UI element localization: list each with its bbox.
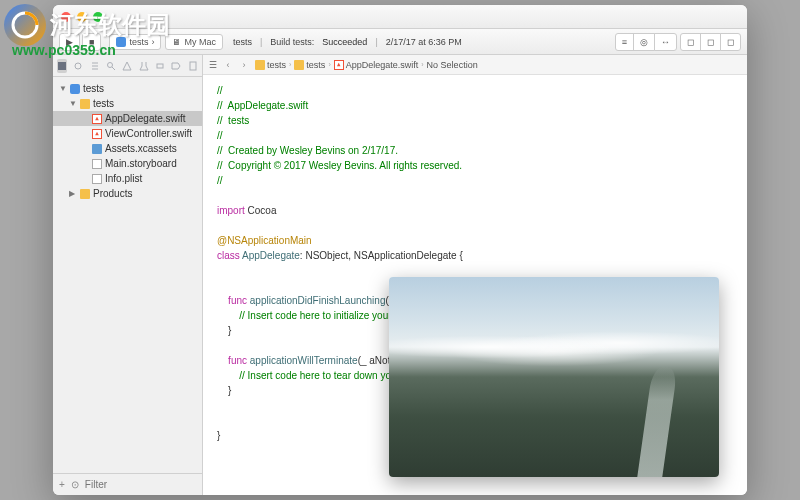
watermark: 河东软件园 www.pc0359.cn — [4, 4, 170, 58]
swift-icon — [92, 114, 102, 124]
project-tree: ▼tests▼testsAppDelegate.swiftViewControl… — [53, 77, 202, 473]
svg-point-3 — [108, 62, 113, 67]
jump-bar-path: tests›tests›AppDelegate.swift›No Selecti… — [255, 60, 478, 70]
tree-item-label: Assets.xcassets — [105, 143, 177, 154]
tree-item-tests[interactable]: ▼tests — [53, 96, 202, 111]
arrows-icon: ↔ — [661, 37, 670, 47]
navigator-tabs — [53, 55, 202, 77]
jumpbar-label: No Selection — [427, 60, 478, 70]
jumpbar-segment[interactable]: tests — [294, 60, 325, 70]
panel-bottom-icon: ◻ — [707, 37, 714, 47]
tree-item-label: Products — [93, 188, 132, 199]
source-control-navigator-tab[interactable] — [73, 59, 83, 73]
tree-item-main-storyboard[interactable]: Main.storyboard — [53, 156, 202, 171]
navigator-filter-bar: + ⊙ ◐ ▭ — [53, 473, 202, 495]
swift-icon — [92, 129, 102, 139]
tree-item-tests[interactable]: ▼tests — [53, 81, 202, 96]
rings-icon: ◎ — [640, 37, 648, 47]
disclosure-triangle[interactable]: ▶ — [69, 189, 77, 198]
jumpbar-label: AppDelegate.swift — [346, 60, 419, 70]
tree-item-info-plist[interactable]: Info.plist — [53, 171, 202, 186]
folder-icon — [294, 60, 304, 70]
symbol-navigator-tab[interactable] — [90, 59, 100, 73]
jumpbar-segment[interactable]: tests — [255, 60, 286, 70]
tree-item-assets-xcassets[interactable]: Assets.xcassets — [53, 141, 202, 156]
xcode-window: ▶ ■ tests › 🖥 My Mac tests | Build tests… — [53, 5, 747, 495]
jumpbar-separator: › — [328, 61, 330, 68]
filter-icon[interactable]: ⊙ — [71, 479, 79, 490]
svg-rect-1 — [58, 62, 66, 70]
tree-item-label: AppDelegate.swift — [105, 113, 186, 124]
watermark-url: www.pc0359.cn — [12, 42, 170, 58]
tree-item-appdelegate-swift[interactable]: AppDelegate.swift — [53, 111, 202, 126]
folder-icon — [80, 99, 90, 109]
swift-icon — [334, 60, 344, 70]
toggle-debug-button[interactable]: ◻ — [700, 33, 721, 51]
storyboard-icon — [92, 159, 102, 169]
toggle-navigator-button[interactable]: ◻ — [680, 33, 701, 51]
activity-status: Succeeded — [322, 37, 367, 47]
project-icon — [70, 84, 80, 94]
tree-item-label: ViewController.swift — [105, 128, 192, 139]
jumpbar-label: tests — [267, 60, 286, 70]
add-button[interactable]: + — [59, 479, 65, 490]
watermark-logo — [4, 4, 46, 46]
activity-text: Build tests: — [270, 37, 314, 47]
folder-y-icon — [80, 189, 90, 199]
tree-item-products[interactable]: ▶Products — [53, 186, 202, 201]
breakpoint-navigator-tab[interactable] — [171, 59, 181, 73]
standard-editor-button[interactable]: ≡ — [615, 33, 634, 51]
jump-bar: ☰ ‹ › tests›tests›AppDelegate.swift›No S… — [203, 55, 747, 75]
tree-item-viewcontroller-swift[interactable]: ViewController.swift — [53, 126, 202, 141]
activity-time: 2/17/17 at 6:36 PM — [386, 37, 462, 47]
jumpbar-segment[interactable]: AppDelegate.swift — [334, 60, 419, 70]
activity-view: tests | Build tests: Succeeded | 2/17/17… — [233, 37, 615, 47]
tree-item-label: Info.plist — [105, 173, 142, 184]
device-icon: 🖥 — [172, 37, 181, 47]
lines-icon: ≡ — [622, 37, 627, 47]
jumpbar-separator: › — [421, 61, 423, 68]
version-editor-button[interactable]: ↔ — [654, 33, 677, 51]
destination-selector[interactable]: 🖥 My Mac — [165, 34, 223, 50]
assistant-editor-button[interactable]: ◎ — [633, 33, 655, 51]
device-name: My Mac — [184, 37, 216, 47]
jumpbar-separator: › — [289, 61, 291, 68]
svg-point-2 — [75, 63, 81, 69]
activity-target: tests — [233, 37, 252, 47]
debug-navigator-tab[interactable] — [155, 59, 165, 73]
issue-navigator-tab[interactable] — [122, 59, 132, 73]
svg-rect-5 — [190, 62, 196, 70]
jumpbar-segment[interactable]: No Selection — [427, 60, 478, 70]
filter-input[interactable] — [85, 479, 212, 490]
tree-item-label: tests — [83, 83, 104, 94]
svg-rect-4 — [157, 64, 163, 68]
test-navigator-tab[interactable] — [139, 59, 149, 73]
tree-item-label: tests — [93, 98, 114, 109]
folder-icon — [255, 60, 265, 70]
disclosure-triangle[interactable]: ▼ — [69, 99, 77, 108]
panel-left-icon: ◻ — [687, 37, 694, 47]
editor-area: ☰ ‹ › tests›tests›AppDelegate.swift›No S… — [203, 55, 747, 495]
tree-item-label: Main.storyboard — [105, 158, 177, 169]
jumpbar-label: tests — [306, 60, 325, 70]
assets-icon — [92, 144, 102, 154]
navigator-sidebar: ▼tests▼testsAppDelegate.swiftViewControl… — [53, 55, 203, 495]
panel-right-icon: ◻ — [727, 37, 734, 47]
go-forward-button[interactable]: › — [237, 58, 251, 72]
report-navigator-tab[interactable] — [188, 59, 198, 73]
find-navigator-tab[interactable] — [106, 59, 116, 73]
related-items-button[interactable]: ☰ — [209, 60, 217, 70]
project-navigator-tab[interactable] — [57, 59, 67, 73]
disclosure-triangle[interactable]: ▼ — [59, 84, 67, 93]
pip-video-overlay[interactable] — [389, 277, 719, 477]
toggle-utilities-button[interactable]: ◻ — [720, 33, 741, 51]
go-back-button[interactable]: ‹ — [221, 58, 235, 72]
plist-icon — [92, 174, 102, 184]
watermark-title: 河东软件园 — [50, 9, 170, 41]
